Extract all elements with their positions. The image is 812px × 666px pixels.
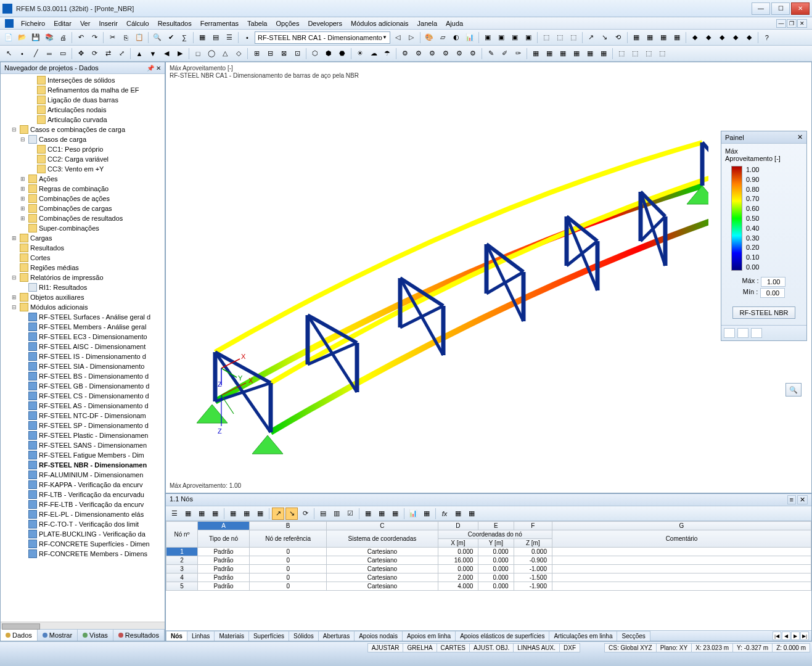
cell[interactable]: Padrão xyxy=(197,548,249,556)
tt-14-icon[interactable]: ▦ xyxy=(389,508,401,520)
cell[interactable]: 0 xyxy=(250,582,327,591)
tt-13-icon[interactable]: ▦ xyxy=(375,508,388,520)
panel-module-button[interactable]: RF-STEEL NBR xyxy=(732,306,795,319)
expand-icon[interactable]: ⊞ xyxy=(19,186,27,192)
cell[interactable]: Cartesiano xyxy=(327,556,438,565)
table-tab[interactable]: Apoios nodais xyxy=(354,631,403,641)
tb2-c3-icon[interactable]: ⊠ xyxy=(277,47,290,60)
cell[interactable]: 0 xyxy=(250,556,327,565)
tb2-c4-icon[interactable]: ⊡ xyxy=(291,47,303,60)
col-D[interactable]: D xyxy=(438,522,478,530)
tree-item[interactable]: RF-CONCRETE Superfícies - Dimen xyxy=(2,539,163,549)
tree-item[interactable]: RF-STEEL Fatigue Members - Dim xyxy=(2,450,163,460)
tree[interactable]: Interseções de sólidosRefinamentos da ma… xyxy=(1,74,165,622)
tb-print-icon[interactable]: 🖨 xyxy=(57,31,69,44)
tb2-c2-icon[interactable]: ⊟ xyxy=(264,47,276,60)
table-tab[interactable]: Secções xyxy=(617,631,650,641)
sidebar-tab-vistas[interactable]: Vistas xyxy=(78,630,113,641)
tb-render-icon[interactable]: 🎨 xyxy=(423,31,435,44)
tt-7-icon[interactable]: ▦ xyxy=(254,508,266,520)
tb2-e1-icon[interactable]: ☀ xyxy=(354,47,366,60)
sidebar-tab-dados[interactable]: Dados xyxy=(1,629,38,641)
tb2-f5-icon[interactable]: ⚙ xyxy=(453,47,465,60)
tb-win3-icon[interactable]: ▣ xyxy=(509,31,521,44)
expand-icon[interactable]: ⊞ xyxy=(10,235,18,241)
tree-item[interactable]: RF-STEEL Plastic - Dimensionamen xyxy=(2,430,163,440)
tb2-f3-icon[interactable]: ⚙ xyxy=(426,47,438,60)
minimize-button[interactable]: — xyxy=(752,2,770,15)
cell[interactable]: 4.000 xyxy=(438,582,478,591)
cell[interactable]: Cartesiano xyxy=(327,548,438,556)
tt-hl2-icon[interactable]: ↘ xyxy=(285,508,298,520)
tb2-h2-icon[interactable]: ▦ xyxy=(543,47,556,60)
cell[interactable]: 16.000 xyxy=(438,556,478,565)
tree-item[interactable]: PLATE-BUCKLING - Verificação da xyxy=(2,529,163,539)
tb-view2-icon[interactable]: ↘ xyxy=(599,31,611,44)
mdi-restore[interactable]: ❐ xyxy=(787,19,797,28)
tt-16-icon[interactable]: ▦ xyxy=(452,508,464,520)
cell[interactable]: Padrão xyxy=(197,574,249,582)
tree-item[interactable]: Regiões médias xyxy=(2,263,163,273)
tree-item[interactable]: ⊞Combinações de resultados xyxy=(2,213,163,223)
col-E[interactable]: E xyxy=(478,522,514,530)
col-no[interactable]: Nó nº xyxy=(166,522,198,548)
col-F[interactable]: F xyxy=(514,522,552,530)
tb2-a1-icon[interactable]: ▲ xyxy=(133,47,146,60)
tb-paste-icon[interactable]: 📋 xyxy=(133,31,146,44)
tb2-b4-icon[interactable]: ◇ xyxy=(232,47,245,60)
tb2-f1-icon[interactable]: ⚙ xyxy=(399,47,411,60)
table-row[interactable]: 5Padrão0Cartesiano4.0000.000-1.900 xyxy=(166,582,811,591)
sidebar-tab-mostrar[interactable]: Mostrar xyxy=(38,630,78,641)
row-header[interactable]: 4 xyxy=(166,574,198,582)
tb2-i1-icon[interactable]: ⬚ xyxy=(615,47,628,60)
status-linhasaux[interactable]: LINHAS AUX. xyxy=(513,643,560,652)
tb-misc1-icon[interactable]: ▦ xyxy=(630,31,642,44)
table-tab[interactable]: Materiais xyxy=(214,631,249,641)
expand-icon[interactable]: ⊞ xyxy=(10,294,18,300)
menu-modulos[interactable]: Módulos adicionais xyxy=(347,18,412,28)
status-dxf[interactable]: DXF xyxy=(559,643,580,652)
expand-icon[interactable]: ⊞ xyxy=(19,176,27,182)
table-tab[interactable]: Aberturas xyxy=(318,631,355,641)
tt-6-icon[interactable]: ▦ xyxy=(240,508,253,520)
tree-item[interactable]: CC2: Carga variável xyxy=(2,154,163,164)
cell[interactable]: 0.000 xyxy=(438,548,478,556)
col-B[interactable]: B xyxy=(250,522,327,530)
close-button[interactable]: ✕ xyxy=(791,2,810,15)
expand-icon[interactable]: ⊟ xyxy=(10,274,18,281)
tree-item[interactable]: RI1: Resultados xyxy=(2,282,163,292)
tt-hl1-icon[interactable]: ↗ xyxy=(272,508,284,520)
tt-11-icon[interactable]: ☑ xyxy=(344,508,356,520)
tb-misc2-icon[interactable]: ▦ xyxy=(644,31,656,44)
tb2-h3-icon[interactable]: ▦ xyxy=(557,47,569,60)
tt-9-icon[interactable]: ▤ xyxy=(317,508,329,520)
loadcase-combo[interactable]: RF-STEEL NBR CA1 - Dimensionamento ▼ xyxy=(255,31,390,44)
tb2-b3-icon[interactable]: △ xyxy=(219,47,231,60)
tb2-g1-icon[interactable]: ✎ xyxy=(485,47,497,60)
tree-item[interactable]: RF-STEEL NTC-DF - Dimensionam xyxy=(2,411,163,421)
table-tab[interactable]: Apoios elásticos de superfícies xyxy=(455,631,549,641)
tb-cut-icon[interactable]: ✂ xyxy=(106,31,118,44)
tt-4-icon[interactable]: ▦ xyxy=(209,508,221,520)
tb-mod2-icon[interactable]: ◆ xyxy=(702,31,715,44)
cell[interactable] xyxy=(552,548,811,556)
maximize-button[interactable]: ☐ xyxy=(771,2,790,15)
tb-check-icon[interactable]: ✔ xyxy=(165,31,177,44)
tb-redo-icon[interactable]: ↷ xyxy=(88,31,100,44)
tb-mod4-icon[interactable]: ◆ xyxy=(729,31,742,44)
cell[interactable] xyxy=(552,565,811,574)
pf-3-icon[interactable] xyxy=(751,328,762,338)
tt-8-icon[interactable]: ⟳ xyxy=(299,508,311,520)
tree-item[interactable]: RF-STEEL CS - Dimensionamento d xyxy=(2,391,163,401)
tb-shade-icon[interactable]: ◐ xyxy=(450,31,462,44)
tb-save-icon[interactable]: 💾 xyxy=(30,31,42,44)
data-grid[interactable]: Nó nº A B C D E F G Tipo de nó Nó de ref… xyxy=(166,521,811,630)
menu-ver[interactable]: Ver xyxy=(76,18,94,28)
mdi-minimize[interactable]: — xyxy=(776,19,786,28)
cell[interactable]: Padrão xyxy=(197,582,249,591)
cell[interactable]: 0.000 xyxy=(478,556,514,565)
tb2-rotate-icon[interactable]: ⟳ xyxy=(88,47,100,60)
table-tab[interactable]: Superfícies xyxy=(248,631,289,641)
tree-item[interactable]: RF-STEEL Members - Análise geral xyxy=(2,322,163,332)
tree-item[interactable]: Interseções de sólidos xyxy=(2,75,163,85)
